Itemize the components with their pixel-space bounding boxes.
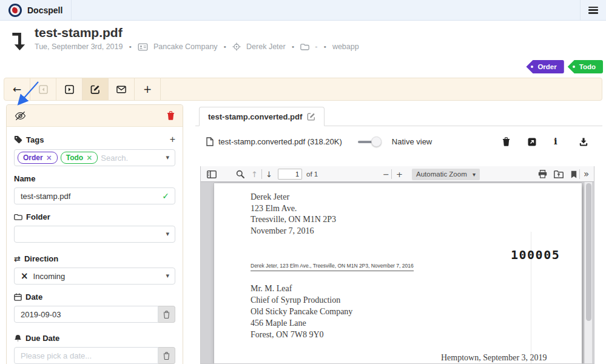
docspell-app: Docspell test-stamp.pdf Tue, September 3…: [0, 0, 606, 364]
edit-panel-body: Tags + Order× Todo× ▾ Name ✓: [7, 127, 183, 364]
attachment-tab[interactable]: test-stamp.converted.pdf: [199, 107, 325, 126]
item-date: Tue, September 3rd, 2019: [35, 42, 123, 51]
nav-right: [580, 0, 606, 20]
edit-metadata-panel: Tags + Order× Todo× ▾ Name ✓: [6, 104, 183, 364]
add-tag-button[interactable]: +: [170, 134, 175, 145]
tag-dot-icon: [531, 66, 533, 68]
menu-icon[interactable]: [588, 7, 598, 14]
name-label: Name: [14, 174, 35, 183]
print-icon[interactable]: [538, 166, 547, 182]
pdf-viewer: ↑ ↓ of 1 − + Automatic Zoom ▾ »: [200, 166, 594, 364]
name-input[interactable]: [21, 192, 169, 201]
edit-panel-header: [7, 105, 183, 127]
delete-attachment-icon[interactable]: [502, 137, 510, 146]
id-card-icon: [138, 43, 148, 51]
item-header: test-stamp.pdf Tue, September 3rd, 2019 …: [11, 25, 359, 51]
chevron-down-icon[interactable]: ▾: [166, 153, 169, 161]
direction-value: Incoming: [33, 272, 66, 281]
save-file-icon[interactable]: [554, 166, 564, 182]
pdf-canvas-area[interactable]: Derek Jeter 123 Elm Ave. Treesville, ON …: [201, 182, 594, 363]
add-button[interactable]: +: [135, 78, 161, 100]
person-target-icon: [232, 42, 241, 51]
back-button[interactable]: ←: [4, 78, 30, 100]
edit-name-icon[interactable]: [307, 112, 315, 121]
date-label: Date: [25, 292, 42, 302]
mail-button[interactable]: [109, 78, 135, 100]
pdf-scrollbar[interactable]: [584, 182, 592, 363]
docspell-logo-icon: [8, 4, 22, 17]
item-toolbar: ← +: [4, 78, 602, 101]
due-date-label: Due Date: [25, 334, 59, 343]
page-up-icon[interactable]: ↑: [251, 166, 258, 182]
item-folder[interactable]: -: [315, 42, 317, 51]
attachment-tabs: test-stamp.converted.pdf: [195, 107, 602, 126]
page-count-label: of 1: [306, 166, 318, 182]
tag-chip-todo[interactable]: Todo×: [61, 152, 98, 164]
pdf-toolbar: ↑ ↓ of 1 − + Automatic Zoom ▾ »: [201, 166, 594, 182]
saved-check-icon: ✓: [162, 191, 169, 201]
due-date-field: Due Date: [14, 334, 175, 364]
correspondent[interactable]: Pancake Company: [153, 42, 218, 51]
clear-due-date-button[interactable]: [158, 347, 175, 364]
tag-search-input[interactable]: [101, 153, 169, 163]
delete-item-icon[interactable]: [167, 111, 175, 120]
tag-badge-order[interactable]: Order: [526, 60, 564, 73]
brand-name: Docspell: [27, 5, 62, 15]
due-date-input[interactable]: [21, 351, 152, 360]
page-down-icon[interactable]: ↓: [266, 166, 272, 182]
tag-chip-order[interactable]: Order×: [18, 152, 58, 164]
clear-date-button[interactable]: [158, 306, 175, 323]
pdf-page: Derek Jeter 123 Elm Ave. Treesville, ON …: [214, 183, 582, 363]
item-meta: Tue, September 3rd, 2019 • Pancake Compa…: [35, 42, 359, 51]
open-external-icon[interactable]: [528, 138, 536, 146]
scrollbar-thumb[interactable]: [586, 183, 591, 321]
letter-sender-compact-line: Derek Jeter, 123 Elm Ave., Treesville, O…: [251, 263, 414, 271]
zoom-in-icon[interactable]: +: [396, 166, 403, 182]
info-icon[interactable]: i: [554, 137, 562, 146]
calendar-icon: [14, 293, 22, 301]
toolbar-divider: [261, 169, 262, 179]
tags-multiselect[interactable]: Order× Todo× ▾: [14, 149, 175, 166]
stamp-number: 100005: [511, 248, 560, 262]
folder-select[interactable]: ▾: [14, 226, 175, 243]
concerning-person[interactable]: Derek Jeter: [246, 42, 286, 51]
toolbar-divider: [579, 169, 580, 179]
bookmark-icon[interactable]: [571, 166, 577, 182]
chevron-down-icon: ▾: [166, 230, 169, 238]
search-icon[interactable]: [236, 166, 244, 182]
native-view-toggle[interactable]: [358, 136, 385, 147]
tags-label: Tags: [26, 135, 44, 144]
exchange-icon: ⇄: [14, 254, 21, 263]
folder-field: Folder ▾: [14, 212, 175, 243]
bell-icon: [14, 334, 22, 342]
direction-select[interactable]: × Incoming ▾: [14, 268, 175, 285]
date-input[interactable]: [21, 310, 152, 319]
zoom-select[interactable]: Automatic Zoom ▾: [412, 169, 480, 180]
tag-badge-todo[interactable]: Todo: [568, 60, 603, 73]
letter-recipient-block: Mr. M. Leaf Chief of Syrup Production Ol…: [251, 283, 352, 340]
download-icon[interactable]: [579, 138, 588, 146]
remove-tag-icon[interactable]: ×: [46, 153, 52, 162]
direction-field: ⇄ Direction × Incoming ▾: [14, 254, 175, 285]
remove-tag-icon[interactable]: ×: [86, 153, 92, 162]
zoom-out-icon[interactable]: −: [383, 166, 389, 182]
more-tools-icon[interactable]: »: [584, 166, 589, 182]
next-item-button[interactable]: [56, 78, 82, 100]
page-number-input[interactable]: [278, 169, 302, 180]
attachment-file-name: test-stamp.converted.pdf (318.20K): [218, 137, 342, 146]
page-title: test-stamp.pdf: [35, 25, 359, 40]
chevron-down-icon: ▾: [473, 171, 476, 178]
tag-badges: Order Todo: [526, 60, 603, 73]
top-navbar: Docspell: [0, 0, 606, 21]
direction-label: Direction: [24, 254, 58, 263]
attachment-actions: i: [502, 137, 602, 146]
tag-dot-icon: [573, 66, 575, 68]
sidebar-toggle-icon[interactable]: [207, 166, 217, 182]
native-view-label: Native view: [392, 137, 432, 146]
x-icon: ×: [21, 272, 29, 281]
edit-button[interactable]: [82, 78, 109, 100]
brand[interactable]: Docspell: [0, 0, 72, 20]
level-down-icon: [11, 31, 27, 51]
prev-item-button[interactable]: [30, 78, 56, 100]
eye-slash-icon[interactable]: [15, 111, 26, 121]
